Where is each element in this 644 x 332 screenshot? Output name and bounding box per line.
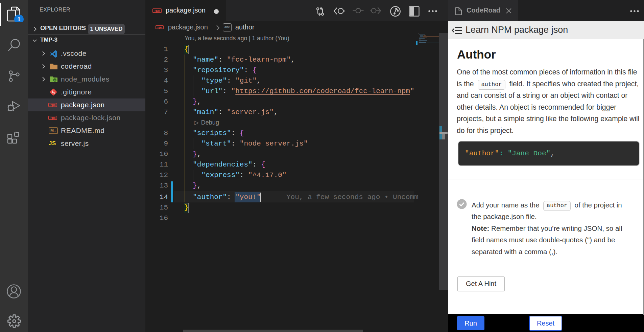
svg-text:npm: npm — [154, 9, 160, 13]
svg-text:js: js — [53, 79, 56, 82]
svg-text:1: 1 — [17, 16, 20, 22]
svg-text:npm: npm — [50, 116, 55, 120]
svg-text:npm: npm — [158, 26, 162, 29]
svg-text:npm: npm — [50, 103, 55, 107]
